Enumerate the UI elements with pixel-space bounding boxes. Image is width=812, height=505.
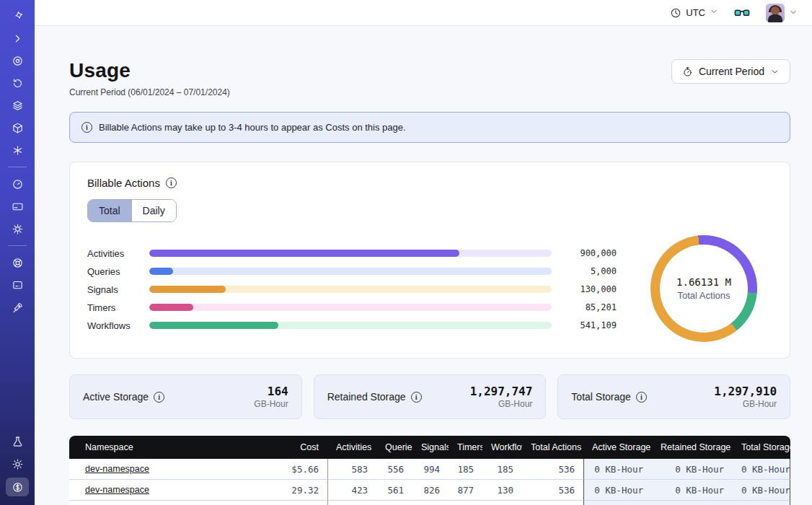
bar-row-signals: Signals 130,000 <box>87 284 617 294</box>
col-activities: Activities <box>327 436 376 459</box>
retained-storage-value: 1,297,747 <box>470 385 533 398</box>
col-timers: Timers <box>449 436 482 459</box>
cell-retained-storage: 0 KB-Hour <box>652 480 733 501</box>
total-actions-label: Total Actions <box>678 290 731 301</box>
sidebar <box>0 0 35 505</box>
app: UTC Usage Current Period (06/01/2024 – 0… <box>0 0 812 505</box>
info-icon[interactable]: i <box>636 392 647 403</box>
cell-signals: 994 <box>412 459 449 480</box>
bar-value: 900,000 <box>560 248 617 258</box>
cell-timers: 877 <box>449 480 482 501</box>
bar-value: 541,109 <box>560 320 617 330</box>
chevron-down-icon <box>710 7 718 18</box>
dollar-usage-icon[interactable] <box>6 478 29 496</box>
cube-icon[interactable] <box>6 119 29 136</box>
cell-total-actions: 536 <box>522 459 583 480</box>
period-selector-button[interactable]: Current Period <box>671 59 790 84</box>
active-storage-card: Active Storage i 164 GB-Hour <box>69 374 302 419</box>
billable-actions-chart: Activities 900,000 Queries 5,000 Signals <box>87 235 772 342</box>
cell-signals: 883 <box>412 501 449 505</box>
info-banner: i Billable Actions may take up to 3-4 ho… <box>69 112 790 143</box>
cell-cost: $5.66 <box>259 459 327 480</box>
clock-icon <box>670 7 681 19</box>
history-icon[interactable] <box>6 74 29 92</box>
sun-icon[interactable] <box>6 455 29 473</box>
table-row: dev-namespace $3.35 492 536 883 816 600 … <box>69 501 790 505</box>
cell-active-storage: 0 KB-Hour <box>583 459 652 480</box>
total-storage-label: Total Storage <box>571 391 631 403</box>
cell-total-storage: 0 KB-Hour <box>733 459 790 480</box>
temporal-logo-icon[interactable] <box>6 7 29 25</box>
bar-value: 130,000 <box>560 284 617 294</box>
retained-storage-unit: GB-Hour <box>470 399 533 409</box>
cell-workflows: 185 <box>482 459 522 480</box>
cell-total-actions: 536 <box>522 480 583 501</box>
cell-queries: 556 <box>376 459 412 480</box>
bar-row-queries: Queries 5,000 <box>87 266 617 276</box>
glasses-icon[interactable] <box>734 6 750 19</box>
cell-timers: 185 <box>449 459 482 480</box>
tab-total[interactable]: Total <box>88 200 131 221</box>
info-icon: i <box>81 122 92 133</box>
account-menu[interactable] <box>766 4 798 22</box>
info-icon[interactable]: i <box>166 177 177 188</box>
eye-icon[interactable] <box>6 52 29 69</box>
info-icon[interactable]: i <box>411 392 422 403</box>
info-banner-text: Billable Actions may take up to 3-4 hour… <box>99 122 406 133</box>
cell-activities: 583 <box>327 459 376 480</box>
chevron-down-icon <box>770 67 780 76</box>
cell-cost: $3.35 <box>259 501 327 505</box>
flask-icon[interactable] <box>6 433 29 450</box>
col-namespace: Namespace <box>69 436 259 459</box>
gear-icon[interactable] <box>6 220 29 237</box>
billable-actions-card: Billable Actions i Total Daily Activitie… <box>69 162 790 359</box>
period-selector-label: Current Period <box>699 66 764 77</box>
billable-actions-title-text: Billable Actions <box>87 177 160 189</box>
cell-queries: 536 <box>376 501 412 505</box>
chevron-down-icon <box>789 6 798 19</box>
col-signals: Signals <box>412 436 449 459</box>
bar-label: Signals <box>87 284 139 295</box>
bar-row-workflows: Workflows 541,109 <box>87 320 617 330</box>
col-total-actions: Total Actions <box>522 436 583 459</box>
cell-queries: 561 <box>376 480 412 501</box>
total-actions-value: 1.66131 M <box>676 276 731 288</box>
table-row: dev-namespace $5.66 583 556 994 185 185 … <box>69 459 790 480</box>
timezone-selector[interactable]: UTC <box>670 7 718 19</box>
namespace-link[interactable]: dev-namespace <box>85 485 149 495</box>
bar-fill-signals <box>149 286 226 293</box>
bar-row-activities: Activities 900,000 <box>87 248 617 258</box>
gauge-icon[interactable] <box>6 175 29 193</box>
info-icon[interactable]: i <box>154 392 164 403</box>
page-content: Usage Current Period (06/01/2024 – 07/01… <box>35 26 812 505</box>
cell-active-storage: 0 KB-Hour <box>583 501 652 505</box>
retained-storage-label: Retained Storage <box>327 391 406 403</box>
life-ring-icon[interactable] <box>6 254 29 271</box>
table-header: Namespace Cost Activities Queries Signal… <box>69 436 790 459</box>
namespace-link[interactable]: dev-namespace <box>85 464 149 474</box>
table-row: dev-namespace 29.32 423 561 826 877 130 … <box>69 480 790 501</box>
total-daily-toggle: Total Daily <box>87 199 177 222</box>
bar-fill-workflows <box>149 322 278 329</box>
cell-activities: 492 <box>327 501 376 505</box>
expand-sidebar-icon[interactable] <box>6 30 29 47</box>
col-retained-storage: Retained Storage <box>652 436 733 459</box>
bar-fill-activities <box>149 250 459 257</box>
col-queries: Queries <box>376 436 412 459</box>
cell-activities: 423 <box>327 480 376 501</box>
layers-icon[interactable] <box>6 97 29 114</box>
donut-chart-wrap: 1.66131 M Total Actions <box>635 235 772 342</box>
total-storage-card: Total Storage i 1,297,910 GB-Hour <box>557 374 790 419</box>
rocket-icon[interactable] <box>6 299 29 316</box>
page-header: Usage Current Period (06/01/2024 – 07/01… <box>69 59 790 97</box>
cell-total-actions: 130 <box>522 501 583 505</box>
active-storage-label: Active Storage <box>83 391 149 403</box>
bar-fill-queries <box>149 268 173 275</box>
tab-daily[interactable]: Daily <box>131 200 176 221</box>
asterisk-icon[interactable] <box>6 141 29 159</box>
feedback-icon[interactable] <box>6 276 29 294</box>
main: UTC Usage Current Period (06/01/2024 – 0… <box>35 0 812 505</box>
credit-card-icon[interactable] <box>6 198 29 215</box>
retained-storage-card: Retained Storage i 1,297,747 GB-Hour <box>314 374 547 419</box>
cell-workflows: 600 <box>482 501 522 505</box>
